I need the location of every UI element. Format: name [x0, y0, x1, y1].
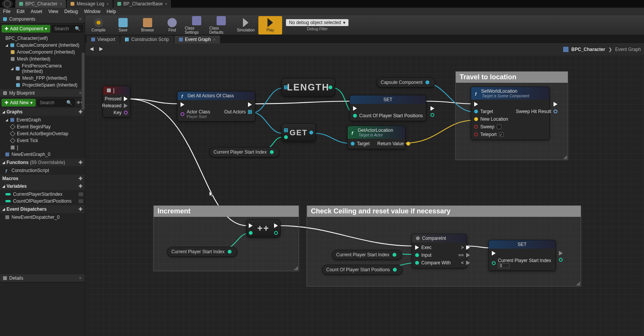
menu-window[interactable]: Window: [84, 9, 100, 14]
component-item-mesh[interactable]: Mesh (Inherited): [0, 56, 85, 62]
section-macros[interactable]: Macros✚: [0, 175, 85, 182]
node-current-index-var[interactable]: Current Player Start Index: [209, 147, 279, 157]
section-dispatchers[interactable]: ◢Event Dispatchers✚: [0, 205, 85, 213]
node-get-all-actors[interactable]: fGet All Actors Of Class Actor ClassPlay…: [177, 91, 255, 121]
component-item-camera[interactable]: ◢FirstPersonCamera (Inherited): [0, 62, 85, 75]
add-new-button[interactable]: ✚ Add New ▾: [2, 99, 36, 107]
node-get[interactable]: GET: [281, 123, 316, 142]
simulation-button[interactable]: Simulation: [234, 16, 258, 34]
component-item-projectile[interactable]: ProjectileSpawn (Inherited): [0, 82, 85, 89]
my-blueprint-panel-tab[interactable]: My Blueprint ×: [0, 89, 85, 97]
class-defaults-button[interactable]: Class Defaults: [209, 16, 233, 34]
menu-help[interactable]: Help: [107, 9, 116, 14]
menu-debug[interactable]: Debug: [64, 9, 78, 14]
section-functions[interactable]: ◢Functions (55 Overridable) ✚: [0, 159, 85, 166]
node-set-current-index[interactable]: SET Current Player Start Index0: [488, 240, 556, 271]
graph-item-eventgraph[interactable]: ◢EventGraph: [0, 116, 85, 123]
log-icon: [71, 2, 74, 6]
add-component-button[interactable]: ✚ Add Component ▾: [2, 25, 50, 33]
file-tab-bp-characterbase[interactable]: BP_CharacterBase ×: [113, 0, 171, 8]
file-tab-message-log[interactable]: Message Log ×: [67, 0, 113, 8]
function-item-construction[interactable]: fConstructionScript: [0, 167, 85, 174]
nav-back-button[interactable]: ⯇: [88, 46, 96, 53]
graph-item-beginplay[interactable]: Event BeginPlay: [0, 123, 85, 130]
components-panel-tab[interactable]: Components ×: [0, 15, 85, 23]
add-variable-icon[interactable]: ✚: [79, 184, 82, 189]
graph-item-beginoverlap[interactable]: Event ActorBeginOverlap: [0, 130, 85, 137]
tab-viewport[interactable]: Viewport: [87, 36, 120, 43]
graph-canvas[interactable]: Travel to location Increment Check Ceili…: [85, 55, 644, 336]
search-icon: 🔍: [66, 100, 72, 105]
file-tab-bpc-character[interactable]: BPC_Character ×: [15, 0, 66, 8]
close-icon[interactable]: ×: [165, 2, 168, 6]
details-panel-tab[interactable]: Details ×: [0, 274, 85, 282]
dispatcher-item[interactable]: NewEventDispatcher_0: [0, 214, 85, 221]
class-settings-button[interactable]: Class Settings: [185, 16, 209, 34]
find-button[interactable]: Find: [160, 16, 184, 34]
node-get-actor-location[interactable]: fGetActorLocationTarget is Actor Target …: [347, 126, 406, 149]
pin-int-out[interactable]: [329, 85, 332, 89]
add-dispatcher-icon[interactable]: ✚: [79, 207, 82, 212]
browse-button[interactable]: Browse: [136, 16, 159, 34]
breadcrumb[interactable]: BPC_Character ❯ Event Graph: [563, 47, 641, 52]
nav-forward-button[interactable]: ⯈: [97, 46, 105, 53]
save-button[interactable]: Save: [111, 16, 135, 34]
menu-file[interactable]: File: [3, 9, 10, 14]
node-count-positions-var[interactable]: Count Of Player Start Positions: [322, 265, 402, 275]
pin-array-in[interactable]: [284, 128, 288, 132]
component-item-mesh-fpp[interactable]: Mesh_FPP (Inherited): [0, 75, 85, 82]
blueprint-search-input[interactable]: Search 🔍: [37, 99, 75, 107]
node-length[interactable]: LENGTH: [281, 78, 335, 97]
tab-event-graph[interactable]: Event Graph×: [174, 36, 220, 43]
graph-item-key[interactable]: ]: [0, 144, 85, 151]
resize-handle-icon[interactable]: [576, 282, 580, 285]
comment-increment[interactable]: Increment: [153, 205, 299, 271]
component-item-self[interactable]: BPC_Character(self): [0, 35, 85, 42]
graph-item-neweventgraph[interactable]: NewEventGraph_0: [0, 151, 85, 158]
close-icon[interactable]: ×: [213, 38, 215, 42]
eye-icon[interactable]: [79, 192, 83, 196]
node-input-key[interactable]: ] Pressed Released Key: [103, 86, 130, 117]
node-current-index-var-3[interactable]: Current Player Start Index: [332, 250, 402, 260]
components-search-input[interactable]: Search 🔍: [52, 25, 83, 33]
debug-object-dropdown[interactable]: No debug object selected▾: [286, 19, 348, 26]
play-button[interactable]: Play: [258, 16, 282, 34]
menu-view[interactable]: View: [48, 9, 58, 14]
plus-icon: ✚: [5, 26, 8, 31]
section-variables[interactable]: ◢Variables✚: [0, 182, 85, 190]
menu-asset[interactable]: Asset: [31, 9, 42, 14]
resize-handle-icon[interactable]: [294, 266, 298, 270]
close-icon[interactable]: ×: [79, 16, 82, 22]
node-current-index-var-2[interactable]: Current Player Start Index: [167, 247, 237, 257]
node-set-count[interactable]: SET Count Of Player Start Positions: [350, 95, 426, 121]
pin-array-in[interactable]: [284, 85, 288, 89]
component-item-capsule[interactable]: ◢CapsuleComponent (Inherited): [0, 42, 85, 49]
graph-item-tick[interactable]: Event Tick: [0, 137, 85, 144]
details-icon: [3, 276, 7, 280]
node-set-world-location[interactable]: fSetWorldLocationTarget is Scene Compone…: [471, 87, 550, 140]
scrollbar[interactable]: [82, 52, 85, 110]
compile-button[interactable]: Compile: [87, 16, 110, 34]
graph-tabs: Viewport fConstruction Scrip Event Graph…: [85, 35, 644, 44]
variable-item-count-positions[interactable]: CountOfPlayerStartPositions: [0, 198, 85, 205]
close-icon[interactable]: ×: [60, 2, 62, 6]
node-capsule-component[interactable]: Capsule Component: [376, 77, 435, 87]
add-graph-icon[interactable]: ✚: [79, 109, 82, 115]
resize-handle-icon[interactable]: [563, 155, 567, 159]
add-macro-icon[interactable]: ✚: [79, 176, 82, 181]
menu-edit[interactable]: Edit: [16, 9, 25, 14]
variable-item-current-index[interactable]: CurrentPlayerStartIndex: [0, 191, 85, 198]
add-function-icon[interactable]: ✚: [79, 160, 82, 165]
tab-construction-script[interactable]: fConstruction Scrip: [120, 36, 173, 43]
close-icon[interactable]: ×: [79, 90, 82, 96]
pin-index-in[interactable]: [284, 135, 288, 139]
close-icon[interactable]: ×: [107, 2, 109, 6]
component-item-arrow[interactable]: ArrowComponent (Inherited): [0, 49, 85, 56]
node-compare-int[interactable]: CompareInt Exec Input Compare With > == …: [412, 234, 467, 268]
plus-icon: ✚: [5, 100, 8, 105]
section-graphs[interactable]: ◢Graphs✚: [0, 108, 85, 116]
node-increment[interactable]: ++: [246, 219, 281, 238]
pin-obj-out[interactable]: [309, 131, 313, 134]
eye-icon[interactable]: [79, 199, 83, 203]
close-icon[interactable]: ×: [79, 275, 82, 281]
